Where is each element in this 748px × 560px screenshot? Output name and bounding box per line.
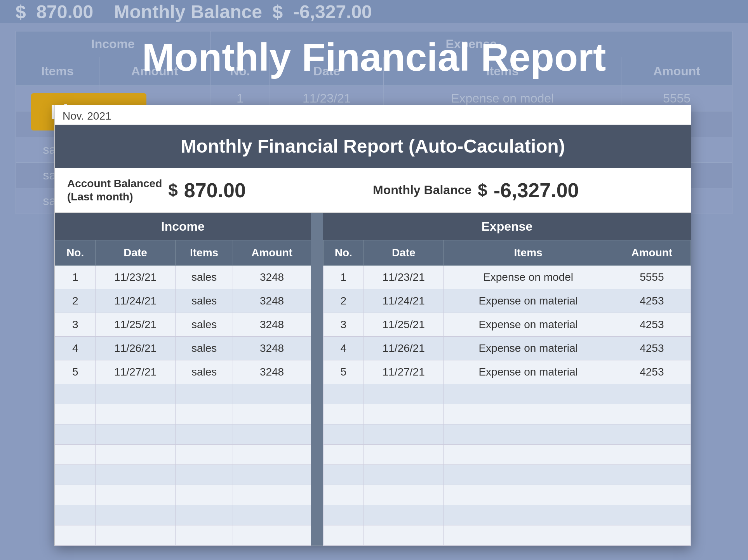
expense-items: Expense on material	[444, 337, 613, 360]
empty-expense-no	[323, 445, 364, 465]
income-items: sales	[175, 266, 233, 289]
empty-expense-no	[323, 485, 364, 505]
expense-date: 11/24/21	[364, 289, 444, 313]
empty-income-date	[96, 465, 175, 485]
table-row	[55, 445, 691, 465]
income-items: sales	[175, 337, 233, 360]
empty-expense-amount	[613, 384, 691, 404]
income-items-header: Items	[175, 240, 233, 266]
income-no: 5	[55, 360, 96, 384]
empty-income-no	[55, 485, 96, 505]
empty-expense-amount	[613, 525, 691, 546]
table-row: 5 11/27/21 sales 3248 5 11/27/21 Expense…	[55, 360, 691, 384]
expense-date: 11/26/21	[364, 337, 444, 360]
report-card: Nov. 2021 Monthly Financial Report (Auto…	[54, 105, 691, 546]
income-amount: 3248	[233, 337, 311, 360]
expense-date: 11/23/21	[364, 266, 444, 289]
empty-income-date	[96, 505, 175, 525]
table-row: 2 11/24/21 sales 3248 2 11/24/21 Expense…	[55, 289, 691, 313]
empty-expense-items	[444, 525, 613, 546]
divider	[311, 485, 323, 505]
empty-expense-date	[364, 485, 444, 505]
expense-no: 3	[323, 313, 364, 337]
divider	[311, 337, 323, 360]
empty-income-no	[55, 424, 96, 445]
empty-expense-no	[323, 525, 364, 546]
income-date: 11/27/21	[96, 360, 175, 384]
empty-expense-date	[364, 525, 444, 546]
empty-expense-items	[444, 465, 613, 485]
empty-income-amount	[233, 485, 311, 505]
expense-items-header: Items	[444, 240, 613, 266]
empty-income-date	[96, 384, 175, 404]
income-items: sales	[175, 313, 233, 337]
expense-amount: 5555	[613, 266, 691, 289]
expense-date: 11/27/21	[364, 360, 444, 384]
expense-amount: 4253	[613, 337, 691, 360]
empty-expense-amount	[613, 424, 691, 445]
table-row	[55, 465, 691, 485]
empty-income-amount	[233, 465, 311, 485]
monthly-balance-label: Monthly Balance	[373, 183, 471, 197]
expense-amount-header: Amount	[613, 240, 691, 266]
income-amount: 3248	[233, 266, 311, 289]
expense-items: Expense on material	[444, 360, 613, 384]
empty-expense-items	[444, 384, 613, 404]
empty-expense-no	[323, 505, 364, 525]
income-no: 1	[55, 266, 96, 289]
income-items: sales	[175, 289, 233, 313]
section-header-row: Income Expense	[55, 213, 691, 240]
empty-expense-items	[444, 485, 613, 505]
divider	[311, 266, 323, 289]
expense-date-header: Date	[364, 240, 444, 266]
account-dollar: $	[168, 181, 177, 200]
divider	[311, 384, 323, 404]
table-row	[55, 485, 691, 505]
empty-expense-date	[364, 404, 444, 424]
empty-income-amount	[233, 505, 311, 525]
income-items: sales	[175, 360, 233, 384]
empty-expense-date	[364, 445, 444, 465]
expense-amount: 4253	[613, 313, 691, 337]
empty-expense-amount	[613, 485, 691, 505]
income-no: 3	[55, 313, 96, 337]
divider	[311, 360, 323, 384]
expense-amount: 4253	[613, 360, 691, 384]
income-amount: 3248	[233, 313, 311, 337]
expense-no: 2	[323, 289, 364, 313]
empty-income-no	[55, 525, 96, 546]
income-date: 11/23/21	[96, 266, 175, 289]
table-row: 4 11/26/21 sales 3248 4 11/26/21 Expense…	[55, 337, 691, 360]
expense-items: Expense on material	[444, 289, 613, 313]
income-date: 11/24/21	[96, 289, 175, 313]
income-date-header: Date	[96, 240, 175, 266]
table-row: 1 11/23/21 sales 3248 1 11/23/21 Expense…	[55, 266, 691, 289]
empty-expense-date	[364, 424, 444, 445]
empty-income-no	[55, 445, 96, 465]
divider	[311, 424, 323, 445]
empty-expense-amount	[613, 465, 691, 485]
income-date: 11/25/21	[96, 313, 175, 337]
expense-items: Expense on model	[444, 266, 613, 289]
income-amount: 3248	[233, 360, 311, 384]
empty-income-items	[175, 505, 233, 525]
empty-expense-date	[364, 505, 444, 525]
empty-expense-items	[444, 404, 613, 424]
monthly-dollar: $	[478, 181, 487, 200]
expense-no-header: No.	[323, 240, 364, 266]
empty-income-date	[96, 525, 175, 546]
account-value: 870.00	[184, 179, 246, 202]
report-date: Nov. 2021	[55, 105, 691, 125]
empty-income-items	[175, 445, 233, 465]
report-summary: Account Balanced (Last month) $ 870.00 M…	[55, 168, 691, 213]
empty-income-no	[55, 505, 96, 525]
empty-income-amount	[233, 384, 311, 404]
empty-expense-amount	[613, 505, 691, 525]
divider	[311, 525, 323, 546]
empty-income-date	[96, 424, 175, 445]
income-section-header: Income	[55, 213, 311, 240]
expense-amount: 4253	[613, 289, 691, 313]
account-balance-label: Account Balanced (Last month)	[67, 177, 162, 203]
data-table: Income Expense No. Date Items Amount No.…	[55, 213, 691, 546]
empty-income-items	[175, 465, 233, 485]
